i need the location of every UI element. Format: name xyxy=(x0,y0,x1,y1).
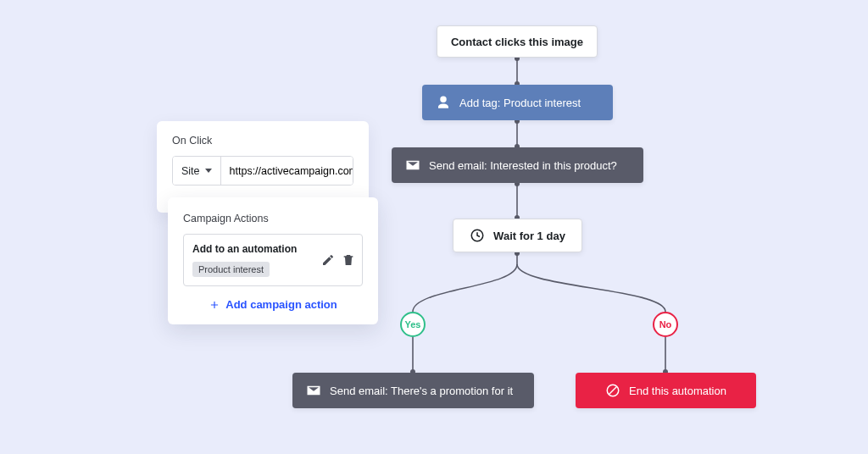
automation-flow: Contact clicks this image Add tag: Produ… xyxy=(318,0,860,454)
chevron-down-icon xyxy=(205,169,212,173)
add-tag-label: Add tag: Product interest xyxy=(459,97,581,109)
mail-icon xyxy=(405,158,420,173)
wait-node[interactable]: Wait for 1 day xyxy=(453,219,582,252)
end-automation-label: End this automation xyxy=(629,385,726,397)
mail-icon xyxy=(306,383,321,398)
campaign-action-tag: Product interest xyxy=(192,262,270,277)
add-tag-node[interactable]: Add tag: Product interest xyxy=(422,85,613,120)
person-icon xyxy=(436,95,451,110)
ban-icon xyxy=(605,383,620,398)
no-label: No xyxy=(659,319,672,329)
wait-label: Wait for 1 day xyxy=(493,230,565,242)
svg-line-8 xyxy=(609,387,617,395)
yes-badge: Yes xyxy=(400,312,426,337)
yes-label: Yes xyxy=(405,319,421,329)
send-email-node-2[interactable]: Send email: There's a promotion for it xyxy=(292,373,534,408)
clock-icon xyxy=(470,228,485,243)
send-email-1-label: Send email: Interested in this product? xyxy=(429,159,617,172)
onclick-type-select[interactable]: Site xyxy=(173,157,221,185)
send-email-node-1[interactable]: Send email: Interested in this product? xyxy=(392,147,643,183)
onclick-type-value: Site xyxy=(181,165,200,177)
no-badge: No xyxy=(653,312,678,337)
plus-icon xyxy=(209,299,220,311)
end-automation-node[interactable]: End this automation xyxy=(576,373,756,408)
trigger-label: Contact clicks this image xyxy=(451,36,583,48)
send-email-2-label: Send email: There's a promotion for it xyxy=(330,385,513,397)
trigger-node[interactable]: Contact clicks this image xyxy=(437,25,598,58)
